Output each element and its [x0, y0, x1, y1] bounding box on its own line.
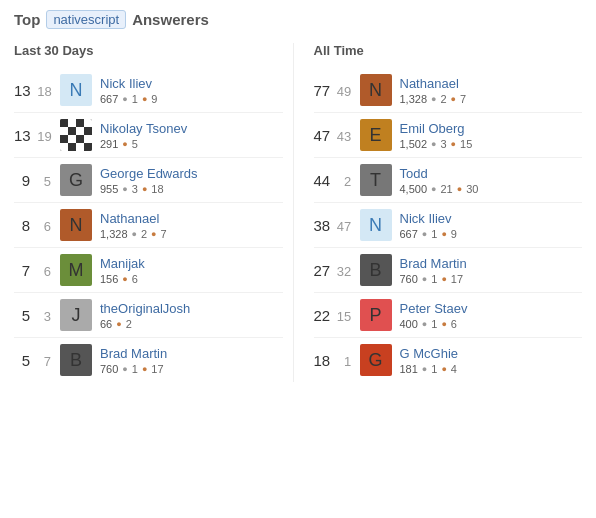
score-primary: 5: [14, 352, 30, 369]
reputation: 1,502: [400, 138, 428, 150]
reputation: 66: [100, 318, 112, 330]
reputation: 400: [400, 318, 418, 330]
user-scores: 442: [314, 172, 352, 189]
bronze-count: 6: [132, 273, 138, 285]
user-name-link[interactable]: Brad Martin: [400, 256, 467, 271]
silver-badge-icon: ●: [431, 139, 436, 149]
user-name-link[interactable]: Manijak: [100, 256, 145, 271]
table-row: 181GG McGhie181●1●4: [314, 338, 583, 382]
score-primary: 8: [14, 217, 30, 234]
score-secondary: 32: [335, 264, 351, 279]
silver-count: 1: [431, 318, 437, 330]
avatar: P: [360, 299, 392, 331]
score-primary: 13: [14, 82, 31, 99]
bronze-badge-icon: ●: [451, 139, 456, 149]
score-secondary: 6: [35, 264, 51, 279]
user-scores: 76: [14, 262, 52, 279]
user-info: theOriginalJosh66●2: [100, 301, 190, 330]
user-stats: 4,500●21●30: [400, 183, 479, 195]
user-scores: 1319: [14, 127, 52, 144]
tag-badge[interactable]: nativescript: [46, 10, 126, 29]
avatar: N: [60, 209, 92, 241]
user-stats: 1,328●2●7: [100, 228, 167, 240]
right-col-title: All Time: [314, 43, 583, 58]
user-scores: 53: [14, 307, 52, 324]
user-scores: 86: [14, 217, 52, 234]
user-name-link[interactable]: Nick Iliev: [400, 211, 457, 226]
silver-count: 1: [132, 363, 138, 375]
user-stats: 667●1●9: [100, 93, 157, 105]
table-row: 3847NNick Iliev667●1●9: [314, 203, 583, 248]
user-name-link[interactable]: theOriginalJosh: [100, 301, 190, 316]
bronze-badge-icon: ●: [122, 274, 127, 284]
user-name-link[interactable]: G McGhie: [400, 346, 459, 361]
score-secondary: 49: [335, 84, 351, 99]
reputation: 156: [100, 273, 118, 285]
user-stats: 955●3●18: [100, 183, 198, 195]
user-name-link[interactable]: Peter Staev: [400, 301, 468, 316]
score-secondary: 19: [36, 129, 52, 144]
bronze-badge-icon: ●: [142, 94, 147, 104]
silver-count: 1: [431, 363, 437, 375]
silver-count: 1: [431, 228, 437, 240]
table-row: 53JtheOriginalJosh66●2: [14, 293, 283, 338]
user-name-link[interactable]: George Edwards: [100, 166, 198, 181]
user-info: G McGhie181●1●4: [400, 346, 459, 375]
page-container: Top nativescript Answerers Last 30 Days …: [0, 0, 596, 392]
user-stats: 760●1●17: [400, 273, 467, 285]
avatar: E: [360, 119, 392, 151]
avatar: N: [360, 74, 392, 106]
user-name-link[interactable]: Nick Iliev: [100, 76, 157, 91]
silver-badge-icon: ●: [122, 184, 127, 194]
score-secondary: 6: [35, 219, 51, 234]
avatar: G: [60, 164, 92, 196]
bronze-badge-icon: ●: [122, 139, 127, 149]
bronze-count: 7: [460, 93, 466, 105]
user-name-link[interactable]: Nikolay Tsonev: [100, 121, 187, 136]
bronze-badge-icon: ●: [142, 184, 147, 194]
avatar: T: [360, 164, 392, 196]
score-primary: 77: [314, 82, 331, 99]
score-secondary: 3: [35, 309, 51, 324]
bronze-count: 30: [466, 183, 478, 195]
right-column: All Time 7749NNathanael1,328●2●74743EEmi…: [294, 43, 583, 382]
score-secondary: 18: [36, 84, 52, 99]
avatar: B: [360, 254, 392, 286]
top-label: Top: [14, 11, 40, 28]
table-row: 2215PPeter Staev400●1●6: [314, 293, 583, 338]
left-col-title: Last 30 Days: [14, 43, 283, 58]
score-primary: 27: [314, 262, 331, 279]
user-name-link[interactable]: Nathanael: [400, 76, 467, 91]
avatar: G: [360, 344, 392, 376]
user-name-link[interactable]: Emil Oberg: [400, 121, 473, 136]
score-secondary: 5: [35, 174, 51, 189]
table-row: 7749NNathanael1,328●2●7: [314, 68, 583, 113]
bronze-count: 17: [151, 363, 163, 375]
bronze-badge-icon: ●: [151, 229, 156, 239]
user-scores: 2732: [314, 262, 352, 279]
score-primary: 13: [14, 127, 31, 144]
user-scores: 57: [14, 352, 52, 369]
score-secondary: 7: [35, 354, 51, 369]
silver-count: 3: [440, 138, 446, 150]
score-primary: 44: [314, 172, 331, 189]
avatar: N: [60, 74, 92, 106]
columns-container: Last 30 Days 1318NNick Iliev667●1●91319N…: [14, 43, 582, 382]
user-info: Emil Oberg1,502●3●15: [400, 121, 473, 150]
reputation: 181: [400, 363, 418, 375]
score-primary: 22: [314, 307, 331, 324]
user-info: Manijak156●6: [100, 256, 145, 285]
user-info: George Edwards955●3●18: [100, 166, 198, 195]
user-name-link[interactable]: Nathanael: [100, 211, 167, 226]
reputation: 1,328: [100, 228, 128, 240]
page-header: Top nativescript Answerers: [14, 10, 582, 29]
user-stats: 400●1●6: [400, 318, 468, 330]
answerers-label: Answerers: [132, 11, 209, 28]
silver-badge-icon: ●: [122, 94, 127, 104]
table-row: 86NNathanael1,328●2●7: [14, 203, 283, 248]
user-name-link[interactable]: Brad Martin: [100, 346, 167, 361]
user-name-link[interactable]: Todd: [400, 166, 479, 181]
user-scores: 4743: [314, 127, 352, 144]
score-primary: 47: [314, 127, 331, 144]
user-stats: 667●1●9: [400, 228, 457, 240]
